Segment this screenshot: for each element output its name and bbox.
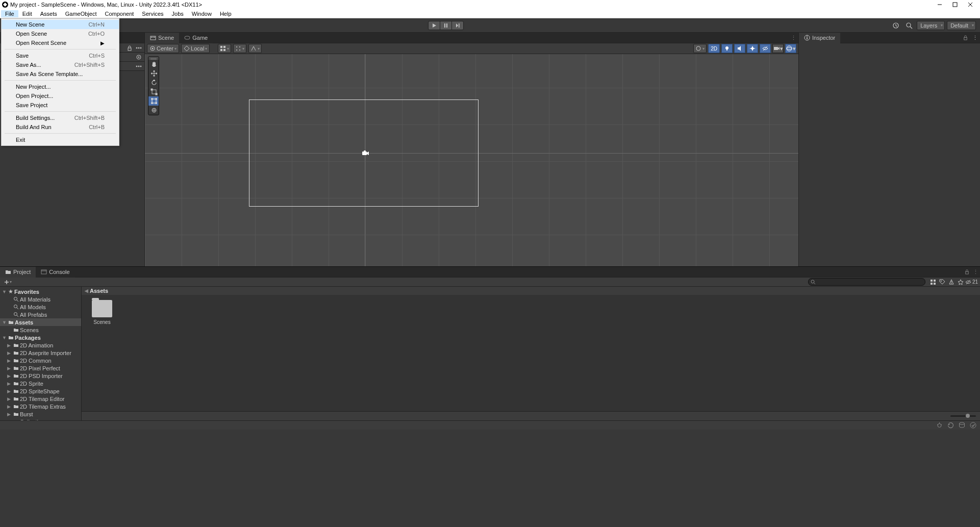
menu-item-open-recent-scene[interactable]: Open Recent Scene▶ (2, 38, 119, 47)
tree-pkg-burst[interactable]: ▶Burst (0, 410, 81, 418)
auto-refresh-icon[interactable] (946, 421, 954, 430)
asset-grid[interactable]: Scenes (82, 295, 980, 411)
save-search-icon[interactable] (947, 278, 956, 286)
menu-window[interactable]: Window (188, 10, 216, 17)
hidden-objects-toggle[interactable] (760, 44, 771, 53)
tab-project[interactable]: Project (0, 267, 36, 278)
menu-help[interactable]: Help (216, 10, 236, 17)
menu-item-exit[interactable]: Exit (2, 135, 119, 144)
snap-settings-dropdown[interactable]: ▾ (248, 44, 262, 53)
menu-item-build-and-run[interactable]: Build And RunCtrl+B (2, 122, 119, 132)
2d-toggle[interactable]: 2D (708, 44, 720, 53)
lock-icon[interactable] (125, 44, 134, 52)
tree-pkg-2d-animation[interactable]: ▶2D Animation (0, 341, 81, 349)
lighting-toggle[interactable] (721, 44, 733, 53)
tab-game[interactable]: Game (179, 33, 213, 43)
menu-component[interactable]: Component (100, 10, 138, 17)
search-by-label-icon[interactable] (938, 278, 947, 286)
menu-gameobject[interactable]: GameObject (61, 10, 101, 17)
tree-scenes[interactable]: Scenes (0, 326, 81, 334)
tab-console[interactable]: Console (36, 267, 74, 278)
menu-item-save-project[interactable]: Save Project (2, 101, 119, 110)
scene-tab-options-icon[interactable]: ⋮ (789, 35, 798, 41)
progress-check-icon[interactable] (969, 421, 977, 430)
menu-item-save-as-scene-template[interactable]: Save As Scene Template... (2, 69, 119, 79)
play-button[interactable] (428, 21, 440, 30)
search-icon[interactable] (903, 21, 915, 30)
tree-pkg-2d-tilemap-extras[interactable]: ▶2D Tilemap Extras (0, 403, 81, 410)
scale-tool[interactable] (148, 87, 159, 96)
menu-item-save-as[interactable]: Save As...Ctrl+Shift+S (2, 60, 119, 69)
rotate-tool[interactable] (148, 78, 159, 87)
draw-mode-dropdown[interactable]: ▾ (693, 44, 707, 53)
layout-dropdown[interactable]: Default (947, 21, 976, 30)
handle-rotation-dropdown[interactable]: Local▾ (181, 44, 210, 53)
menu-item-build-settings[interactable]: Build Settings...Ctrl+Shift+B (2, 113, 119, 122)
camera-gizmo-icon[interactable] (361, 149, 369, 157)
fx-toggle[interactable] (747, 44, 758, 53)
bug-report-icon[interactable] (935, 421, 943, 430)
tab-scene[interactable]: Scene (145, 33, 179, 43)
project-options-icon[interactable]: ⋮ (971, 269, 980, 275)
layers-dropdown[interactable]: Layers (917, 21, 945, 30)
create-asset-button[interactable]: ▾ (2, 280, 14, 285)
close-button[interactable] (963, 0, 978, 9)
inspector-options-icon[interactable]: ⋮ (970, 35, 980, 41)
menu-item-open-project[interactable]: Open Project... (2, 91, 119, 101)
tree-fav-all-models[interactable]: All Models (0, 303, 81, 311)
hierarchy-options-icon[interactable] (135, 44, 143, 52)
minimize-button[interactable] (932, 0, 947, 9)
gizmos-dropdown[interactable]: ▾ (785, 44, 796, 53)
favorite-star-icon[interactable] (956, 278, 965, 286)
tree-pkg-2d-pixel-perfect[interactable]: ▶2D Pixel Perfect (0, 364, 81, 372)
snap-increment-dropdown[interactable]: ▾ (233, 44, 246, 53)
move-tool[interactable] (148, 69, 159, 78)
tree-fav-all-prefabs[interactable]: All Prefabs (0, 311, 81, 318)
audio-toggle[interactable] (734, 44, 745, 53)
file-menu-dropdown[interactable]: New SceneCtrl+NOpen SceneCtrl+OOpen Rece… (1, 18, 119, 146)
tree-pkg-2d-spriteshape[interactable]: ▶2D SpriteShape (0, 387, 81, 395)
tree-assets[interactable]: ▼Assets (0, 318, 81, 326)
tree-pkg-2d-sprite[interactable]: ▶2D Sprite (0, 380, 81, 387)
maximize-button[interactable] (947, 0, 963, 9)
search-by-type-icon[interactable] (928, 278, 938, 286)
tree-pkg-2d-common[interactable]: ▶2D Common (0, 357, 81, 364)
cache-server-icon[interactable] (958, 421, 966, 430)
menu-item-save[interactable]: SaveCtrl+S (2, 51, 119, 60)
tree-fav-all-materials[interactable]: All Materials (0, 295, 81, 303)
project-lock-icon[interactable] (963, 269, 971, 275)
inspector-lock-icon[interactable] (961, 35, 970, 41)
tab-inspector[interactable]: Inspector (799, 33, 840, 43)
tree-pkg-2d-aseprite-importer[interactable]: ▶2D Aseprite Importer (0, 349, 81, 357)
undo-history-icon[interactable] (890, 21, 901, 30)
tree-pkg-2d-psd-importer[interactable]: ▶2D PSD Importer (0, 372, 81, 380)
asset-folder-item[interactable]: Scenes (87, 300, 117, 325)
menu-jobs[interactable]: Jobs (168, 10, 188, 17)
tree-packages[interactable]: ▼Packages (0, 334, 81, 341)
menu-services[interactable]: Services (138, 10, 167, 17)
picker-icon[interactable] (135, 53, 143, 61)
menu-item-new-project[interactable]: New Project... (2, 82, 119, 91)
camera-dropdown[interactable]: ▾ (772, 44, 784, 53)
project-tree[interactable]: ▼★ FavoritesAll MaterialsAll ModelsAll P… (0, 287, 82, 420)
menu-file[interactable]: File (1, 10, 18, 17)
hierarchy-more-icon[interactable] (135, 62, 143, 70)
menu-edit[interactable]: Edit (18, 10, 36, 17)
project-search-input[interactable] (808, 278, 925, 286)
tree-pkg-collections[interactable]: ▶Collections (0, 418, 81, 420)
hidden-packages-toggle[interactable]: 21 (965, 278, 978, 286)
project-breadcrumb[interactable]: ◀ Assets (82, 287, 980, 295)
pause-button[interactable] (440, 21, 452, 30)
hand-tool[interactable] (148, 60, 159, 69)
scene-viewport[interactable] (145, 54, 798, 266)
tree-favorites[interactable]: ▼★ Favorites (0, 288, 81, 295)
asset-size-slider[interactable] (950, 415, 976, 417)
menu-item-new-scene[interactable]: New SceneCtrl+N (2, 20, 119, 29)
menu-item-open-scene[interactable]: Open SceneCtrl+O (2, 29, 119, 38)
pivot-mode-dropdown[interactable]: Center▾ (147, 44, 179, 53)
step-button[interactable] (451, 21, 464, 30)
rect-tool[interactable] (148, 96, 159, 106)
menu-assets[interactable]: Assets (36, 10, 61, 17)
grid-snap-dropdown[interactable]: ▾ (218, 44, 231, 53)
tree-pkg-2d-tilemap-editor[interactable]: ▶2D Tilemap Editor (0, 395, 81, 403)
